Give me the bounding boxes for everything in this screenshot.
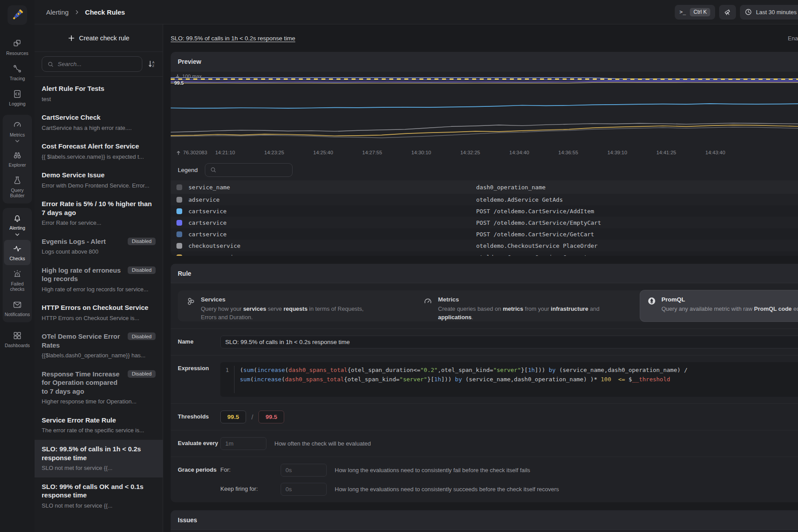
legend-row-item[interactable]: cartservicePOST /oteldemo.CartService/Ge… (171, 228, 798, 240)
disabled-badge: Disabled (128, 370, 156, 378)
disabled-badge: Disabled (128, 332, 156, 340)
logging-icon (12, 89, 22, 99)
sidebar-item-notifications[interactable]: Notifications (4, 296, 31, 321)
legend-operation-name: POST /oteldemo.CartService/AddItem (476, 208, 798, 215)
column-service-name[interactable]: service_name (182, 184, 476, 191)
preview-chart[interactable]: 100 max 99.5 (171, 71, 798, 146)
svg-text:A: A (152, 61, 154, 64)
create-check-rule-row: Create check rule (35, 24, 163, 52)
rule-name-input[interactable] (220, 336, 798, 348)
sidebar-item-checks[interactable]: Checks (4, 240, 31, 265)
rule-list-item[interactable]: Demo Service IssueError with Demo Fronte… (35, 166, 163, 195)
legend-row-item[interactable]: cartservicePOST /oteldemo.CartService/Em… (171, 217, 798, 228)
x-axis-tick: 14:23:25 (264, 150, 284, 155)
sidebar-item-resources[interactable]: Resources (3, 35, 32, 60)
rule-list-item[interactable]: SLO: 99.5% of calls in 1h < 0.2s respons… (35, 440, 163, 477)
query-type-options: Services Query how your services serve r… (178, 290, 798, 321)
x-axis-tick: 14:30:10 (411, 150, 431, 155)
rule-list-item[interactable]: High log rate of erroneus log recordsDis… (35, 261, 163, 299)
failed-threshold-input[interactable] (258, 411, 284, 423)
degraded-threshold-input[interactable] (220, 411, 246, 423)
rule-item-description: HTTP Errors on Checkout Service is... (42, 314, 156, 322)
series-color-swatch[interactable] (176, 197, 182, 203)
rule-card-header: Rule (171, 264, 798, 283)
resources-icon (12, 39, 22, 48)
telescope-icon (724, 8, 731, 16)
rule-list-item[interactable]: CartService CheckCartService has a high … (35, 108, 163, 137)
query-type-promql-selected[interactable]: PromQL Query any available metric with r… (640, 290, 798, 321)
sidebar-item-dashboards[interactable]: Dashboards (3, 327, 32, 352)
terminal-icon: >_ (680, 9, 686, 15)
rule-list: Alert Rule For TeststestCartService Chec… (35, 77, 163, 532)
rule-list-item[interactable]: Evgenis Logs - AlertDisabledLogs count a… (35, 232, 163, 261)
sidebar-item-tracing[interactable]: Tracing (3, 60, 32, 85)
create-check-rule-button[interactable]: Create check rule (68, 35, 129, 42)
rules-search-input[interactable] (58, 61, 137, 67)
command-palette-button[interactable]: >_ Ctrl K (675, 5, 715, 20)
sidebar-item-alerting[interactable]: Alerting (4, 209, 31, 239)
rule-list-item[interactable]: Service Error Rate RuleThe error rate of… (35, 411, 163, 440)
rule-item-description: CartService has a high error rate.... (42, 124, 156, 132)
rule-list-item[interactable]: Error Rate is 5% / 10 % higher than 7 da… (35, 195, 163, 232)
rule-list-item[interactable]: HTTP Errors on Checkout ServiceHTTP Erro… (35, 298, 163, 327)
chart-x-axis: 76.302083 14:21:1014:23:2514:25:4014:27:… (171, 146, 798, 159)
legend-row-item[interactable]: checkoutserviceoteldemo.CheckoutService … (171, 240, 798, 251)
sidebar-item-metrics[interactable]: Metrics (4, 116, 31, 146)
dash0-logo[interactable] (8, 5, 27, 25)
x-axis-tick: 14:43:40 (705, 150, 725, 155)
notifications-mail-icon (12, 300, 22, 309)
alerting-bell-icon (12, 213, 22, 223)
rule-item-description: SLO not met for service {{... (42, 464, 156, 472)
arrow-down-icon (175, 74, 180, 79)
sidebar-item-failed-checks[interactable]: Failed checks (4, 265, 31, 296)
legend-search-input[interactable] (220, 167, 288, 173)
spotlight-telescope-button[interactable] (719, 5, 736, 20)
breadcrumb-alerting[interactable]: Alerting (46, 8, 69, 16)
sidebar-item-logging[interactable]: Logging (3, 85, 32, 110)
time-range-picker[interactable]: Last 30 minutes (740, 5, 798, 20)
expression-label: Expression (178, 362, 220, 372)
rule-item-title: Evgenis Logs - Alert (42, 237, 106, 246)
legend-service-name: adservice (182, 196, 476, 203)
rule-item-title: Demo Service Issue (42, 171, 105, 180)
rule-list-item[interactable]: Response Time Increase for Operation com… (35, 365, 163, 411)
legend-row-item[interactable]: currencyserviceoteldemo.CurrencyService … (171, 251, 798, 256)
metrics-gauge-icon (423, 297, 433, 306)
query-type-metrics[interactable]: Metrics Create queries based on metrics … (416, 290, 622, 321)
checks-pulse-icon (12, 244, 22, 254)
rule-list-item[interactable]: SLO: 99% of calls OK and < 0.1s response… (35, 477, 163, 515)
rule-item-title: Cost Forecast Alert for Service (42, 142, 139, 151)
rules-search-box (42, 56, 142, 72)
rule-list-item[interactable]: OTel Demo Service Error RatesDisabled{{$… (35, 327, 163, 365)
breadcrumb: Alerting Check Rules (46, 8, 125, 16)
legend-operation-name: oteldemo.CheckoutService PlaceOrder (476, 243, 798, 249)
legend-row-item[interactable]: adserviceoteldemo.AdService GetAds (171, 194, 798, 205)
legend-label: Legend (178, 167, 198, 173)
promql-editor[interactable]: 1 (sum(increase(dash0_spans_total{otel_s… (220, 362, 798, 397)
telescope-logo-icon (10, 8, 25, 23)
sort-az-button[interactable]: AZ (148, 60, 156, 68)
x-axis-tick: 14:27:55 (362, 150, 382, 155)
rule-item-description: Higher response time for Operation... (42, 398, 156, 406)
evaluate-label: Evaluate every (178, 437, 220, 446)
series-color-swatch[interactable] (176, 220, 182, 226)
rule-list-item[interactable]: Cost Forecast Alert for Service{{ $label… (35, 137, 163, 166)
preview-card: Preview 100 max 99.5 (171, 52, 798, 256)
grace-for-input[interactable] (281, 464, 327, 477)
evaluate-interval-input[interactable] (220, 437, 266, 450)
rule-list-item[interactable]: Alert Rule For Teststest (35, 79, 163, 108)
sidebar-item-explorer[interactable]: Explorer (4, 146, 31, 172)
series-color-swatch[interactable] (176, 208, 182, 214)
series-color-swatch[interactable] (176, 254, 182, 256)
query-type-services[interactable]: Services Query how your services serve r… (180, 290, 385, 321)
grace-periods-label: Grace periods (178, 464, 220, 473)
legend-row-item[interactable]: cartservicePOST /oteldemo.CartService/Ad… (171, 205, 798, 217)
column-operation-name[interactable]: dash0_operation_name (476, 184, 798, 191)
rule-detail-title-link[interactable]: SLO: 99.5% of calls in 1h < 0.2s respons… (171, 35, 295, 42)
keep-firing-input[interactable] (281, 483, 327, 496)
toggle-all-swatch[interactable] (176, 184, 182, 190)
series-color-swatch[interactable] (176, 231, 182, 237)
metrics-option-desc: Create queries based on metrics from you… (438, 305, 615, 322)
series-color-swatch[interactable] (176, 243, 182, 249)
sidebar-item-query-builder[interactable]: Query Builder (4, 172, 31, 202)
